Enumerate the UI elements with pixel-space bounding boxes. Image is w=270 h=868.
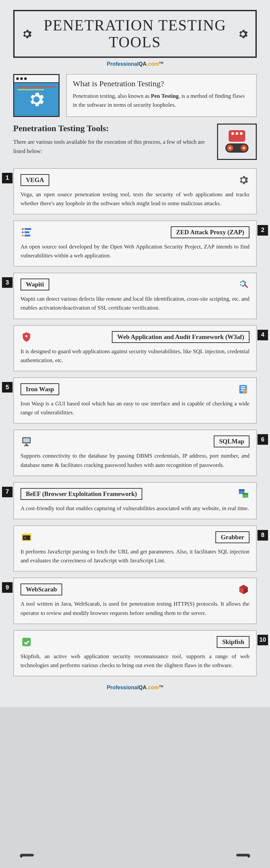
svg-rect-18 bbox=[241, 390, 244, 391]
svg-rect-26 bbox=[243, 493, 248, 494]
tool-name: ZED Attack Proxy (ZAP) bbox=[171, 226, 249, 238]
tool-name: WebScarab bbox=[21, 584, 62, 595]
tool-name: SQLMap bbox=[214, 435, 249, 447]
infographic-page: PENETRATION TESTING TOOLS ProfessionalQA… bbox=[0, 0, 270, 707]
svg-rect-14 bbox=[25, 235, 30, 237]
svg-rect-0 bbox=[228, 130, 245, 142]
tool-description: Wapiti can detect various defects like r… bbox=[21, 294, 249, 312]
tool-number-badge: 1 bbox=[2, 173, 12, 183]
tool-description: An open source tool developed by the Ope… bbox=[21, 242, 249, 260]
svg-point-1 bbox=[231, 132, 234, 135]
svg-rect-17 bbox=[241, 388, 245, 389]
windows-icon bbox=[238, 488, 249, 500]
tool-header: ZED Attack Proxy (ZAP) bbox=[21, 226, 249, 238]
tool-description: Vega, an open source penetration testing… bbox=[21, 190, 249, 208]
tool-description: A cost-friendly tool that enables captur… bbox=[21, 504, 249, 513]
shield-icon bbox=[21, 331, 32, 343]
list-icon bbox=[21, 226, 32, 238]
tool-description: Supports connectivity to the database by… bbox=[21, 451, 249, 469]
svg-rect-10 bbox=[25, 228, 31, 230]
brand-logo: ProfessionalQA.comTM bbox=[13, 61, 257, 67]
tool-name: Grabber bbox=[215, 531, 249, 543]
tool-card: 5 Iron Wasp Iron Wasp is a GUI based too… bbox=[13, 377, 257, 424]
tool-description: Skipfish, an active web application secu… bbox=[21, 652, 249, 670]
tool-number-badge: 10 bbox=[258, 635, 268, 645]
gear-icon bbox=[237, 27, 249, 41]
svg-point-8 bbox=[243, 147, 245, 149]
tool-name: Iron Wasp bbox=[21, 383, 59, 395]
tool-header: Web Application and Audit Framework (W3a… bbox=[21, 331, 249, 343]
tool-number-badge: 7 bbox=[2, 487, 12, 497]
tool-description: It performs JavaScript parsing to fetch … bbox=[21, 547, 249, 565]
gear-icon bbox=[21, 27, 33, 41]
tool-number-badge: 5 bbox=[2, 382, 12, 393]
svg-rect-16 bbox=[241, 386, 245, 388]
tool-number-badge: 4 bbox=[258, 330, 268, 340]
box-icon bbox=[238, 584, 249, 595]
tool-header: VEGA bbox=[21, 174, 249, 186]
svg-point-13 bbox=[22, 235, 24, 237]
tool-name: Web Application and Audit Framework (W3a… bbox=[112, 331, 249, 343]
tool-card: 1 VEGA Vega, an open source penetration … bbox=[13, 168, 257, 214]
tool-card: 6 SQLMap Supports connectivity to the da… bbox=[13, 430, 257, 476]
gear-wrench-icon bbox=[238, 279, 249, 290]
tool-card: 3 Wapiti Wapiti can detect various defec… bbox=[13, 273, 257, 319]
svg-point-7 bbox=[228, 147, 231, 149]
tools-intro-section: Penetration Testing Tools: There are var… bbox=[13, 124, 257, 160]
svg-rect-20 bbox=[23, 438, 30, 442]
tool-header: WebScarab bbox=[21, 584, 249, 595]
svg-point-2 bbox=[236, 132, 238, 135]
svg-rect-12 bbox=[25, 231, 29, 233]
gear-icon bbox=[238, 174, 249, 186]
tool-header: SQLMap bbox=[21, 435, 249, 447]
tool-header: Iron Wasp bbox=[21, 383, 249, 395]
tool-number-badge: 2 bbox=[258, 225, 268, 236]
svg-rect-22 bbox=[24, 445, 29, 446]
intro-text: What is Penetration Testing? Penetration… bbox=[66, 74, 257, 117]
svg-point-9 bbox=[22, 228, 24, 230]
terminal-icon: >_ bbox=[21, 531, 32, 543]
tool-number-badge: 9 bbox=[2, 582, 12, 593]
tool-description: Iron Wasp is a GUI based tool which has … bbox=[21, 399, 249, 417]
svg-point-3 bbox=[240, 132, 243, 135]
tool-name: VEGA bbox=[21, 174, 49, 186]
intro-section: What is Penetration Testing? Penetration… bbox=[13, 74, 257, 117]
note-pencil-icon bbox=[238, 383, 249, 395]
svg-rect-30 bbox=[22, 638, 31, 646]
tool-header: >_ Grabber bbox=[21, 531, 249, 543]
tools-intro-heading: Penetration Testing Tools: bbox=[13, 124, 211, 133]
footer-brand-logo: ProfessionalQA.comTM bbox=[13, 685, 257, 690]
check-icon bbox=[21, 636, 32, 648]
tool-header: BeEF (Browser Exploitation Framework) bbox=[21, 488, 249, 500]
browser-gear-icon bbox=[13, 74, 59, 117]
tool-header: Skipfish bbox=[21, 636, 249, 648]
robot-icon bbox=[217, 124, 257, 160]
tool-name: Skipfish bbox=[217, 636, 249, 648]
intro-heading: What is Penetration Testing? bbox=[73, 79, 250, 88]
svg-rect-24 bbox=[239, 489, 245, 491]
tool-number-badge: 8 bbox=[258, 530, 268, 540]
page-title: PENETRATION TESTING TOOLS bbox=[36, 17, 234, 51]
tool-name: BeEF (Browser Exploitation Framework) bbox=[21, 488, 142, 500]
intro-body: Penetration testing, also known as Pen T… bbox=[73, 92, 250, 110]
tool-description: It is designed to guard web applications… bbox=[21, 347, 249, 365]
svg-rect-21 bbox=[25, 444, 27, 445]
tool-card: 10 Skipfish Skipfish, an active web appl… bbox=[13, 630, 257, 676]
svg-text:>_: >_ bbox=[24, 536, 28, 539]
tool-header: Wapiti bbox=[21, 279, 249, 290]
tool-card: 9 WebScarab A tool written in Java, WebS… bbox=[13, 578, 257, 624]
svg-point-11 bbox=[22, 231, 24, 233]
monitor-icon bbox=[21, 435, 32, 447]
tool-number-badge: 6 bbox=[258, 434, 268, 445]
tool-card: 2 ZED Attack Proxy (ZAP) An open source … bbox=[13, 220, 257, 267]
title-box: PENETRATION TESTING TOOLS bbox=[13, 10, 257, 58]
tool-card: 7 BeEF (Browser Exploitation Framework) … bbox=[13, 482, 257, 519]
tools-intro-body: There are various tools available for th… bbox=[13, 137, 211, 157]
tool-number-badge: 3 bbox=[2, 277, 12, 288]
tool-card: 8 >_ Grabber It performs JavaScript pars… bbox=[13, 525, 257, 571]
tool-description: A tool written in Java, WebScarab, is us… bbox=[21, 599, 249, 617]
tool-name: Wapiti bbox=[21, 279, 49, 290]
tool-card: 4 Web Application and Audit Framework (W… bbox=[13, 325, 257, 371]
